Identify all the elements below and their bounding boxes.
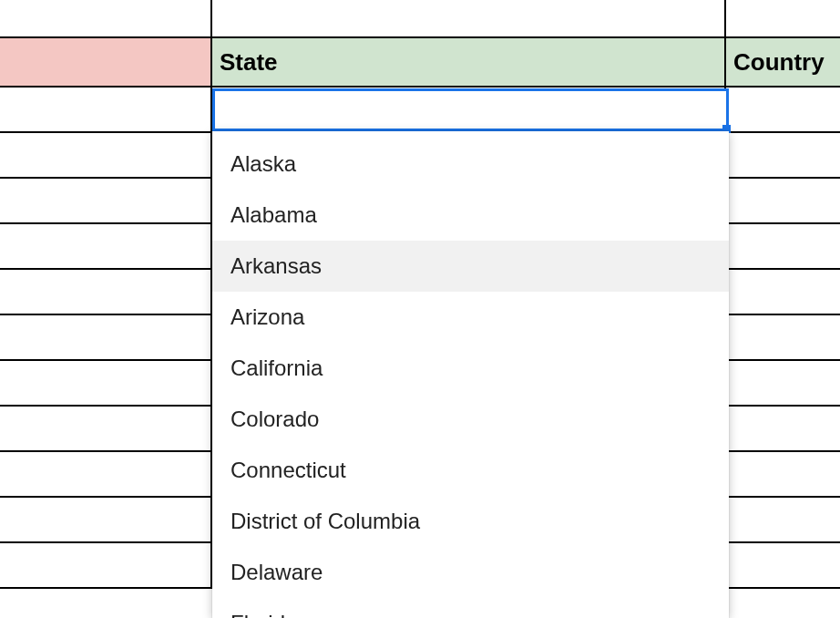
cell[interactable] (726, 88, 840, 131)
cell[interactable] (0, 452, 212, 496)
cell[interactable] (726, 133, 840, 177)
cell[interactable] (0, 543, 212, 587)
cell[interactable] (726, 543, 840, 587)
dropdown-option[interactable]: Alaska (212, 139, 729, 190)
header-cell-blank[interactable] (0, 38, 212, 86)
header-row: State Country (0, 36, 840, 88)
cell[interactable] (0, 0, 212, 36)
dropdown-option[interactable]: Delaware (212, 547, 729, 598)
cell[interactable] (0, 315, 212, 359)
cell[interactable] (726, 0, 840, 36)
dropdown-option[interactable]: District of Columbia (212, 496, 729, 547)
validation-dropdown: AlaskaAlabamaArkansasArizonaCaliforniaCo… (212, 131, 729, 618)
cell[interactable] (0, 179, 212, 222)
cell[interactable] (0, 361, 212, 405)
dropdown-option[interactable]: Colorado (212, 394, 729, 445)
header-cell-country[interactable]: Country (726, 38, 840, 86)
cell[interactable] (726, 498, 840, 541)
dropdown-option[interactable]: Connecticut (212, 445, 729, 496)
cell[interactable] (0, 133, 212, 177)
dropdown-option[interactable]: California (212, 343, 729, 394)
cell[interactable] (726, 407, 840, 450)
cell[interactable] (0, 407, 212, 450)
cell[interactable] (0, 88, 212, 131)
cell[interactable] (726, 361, 840, 405)
dropdown-option[interactable]: Alabama (212, 190, 729, 241)
data-row (0, 88, 840, 133)
spacer-row (0, 0, 840, 36)
cell[interactable] (726, 315, 840, 359)
dropdown-scroll[interactable]: AlaskaAlabamaArkansasArizonaCaliforniaCo… (212, 131, 729, 618)
dropdown-option[interactable]: Arizona (212, 292, 729, 343)
cell[interactable] (0, 224, 212, 268)
cell[interactable] (0, 498, 212, 541)
cell[interactable] (0, 270, 212, 314)
cell[interactable] (726, 270, 840, 314)
active-cell[interactable] (212, 88, 726, 131)
dropdown-option[interactable]: Arkansas (212, 241, 729, 292)
header-cell-state[interactable]: State (212, 38, 726, 86)
cell[interactable] (726, 179, 840, 222)
cell[interactable] (726, 452, 840, 496)
cell[interactable] (726, 224, 840, 268)
dropdown-option[interactable]: Florida (212, 598, 729, 618)
cell[interactable] (212, 0, 726, 36)
